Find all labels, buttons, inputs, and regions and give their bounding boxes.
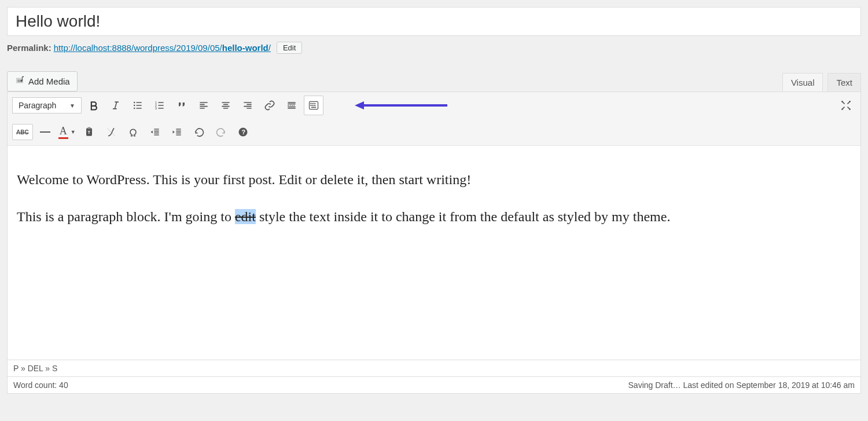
svg-rect-22 [87,127,90,129]
svg-rect-11 [310,105,312,106]
italic-button[interactable] [106,96,126,115]
svg-marker-16 [355,101,364,109]
svg-rect-9 [312,103,314,104]
post-title-input[interactable] [7,7,861,36]
horizontal-rule-button[interactable] [35,122,55,142]
align-center-button[interactable] [216,96,236,115]
camera-music-icon [14,75,25,87]
element-path-bar[interactable]: P » DEL » S [8,360,860,376]
align-left-button[interactable] [194,96,214,115]
help-button[interactable]: ? [233,122,253,142]
svg-point-20 [849,108,851,110]
svg-rect-13 [314,105,316,106]
blockquote-button[interactable] [172,96,192,115]
text-color-button[interactable]: A▼ [57,122,77,142]
svg-rect-8 [310,103,312,104]
svg-point-17 [841,101,843,102]
svg-point-19 [841,108,843,110]
toolbar-row-1: Paragraph ▼ 123 [8,92,860,119]
outdent-button[interactable] [145,122,165,142]
indent-button[interactable] [167,122,187,142]
svg-rect-14 [311,107,316,108]
svg-point-18 [849,101,851,102]
toolbar-toggle-button[interactable] [304,96,323,115]
redo-button[interactable] [211,122,231,142]
add-media-button[interactable]: Add Media [7,71,78,91]
undo-button[interactable] [189,122,209,142]
bold-button[interactable] [84,96,104,115]
status-bar: Word count: 40 Saving Draft… Last edited… [8,376,860,393]
editor-tabs: Visual Text [782,73,861,91]
svg-point-0 [17,80,20,83]
svg-point-1 [134,102,135,104]
svg-text:T: T [87,130,90,135]
numbered-list-button[interactable]: 123 [150,96,170,115]
special-character-button[interactable] [123,122,143,142]
editor-container: Paragraph ▼ 123 ABC A▼ T ? [7,91,861,394]
strikethrough-button[interactable]: ABC [12,124,33,140]
annotation-arrow-icon [355,100,447,111]
svg-rect-12 [312,105,314,106]
content-paragraph: Welcome to WordPress. This is your first… [17,169,851,190]
read-more-button[interactable] [282,96,301,115]
permalink-label: Permalink: [7,43,52,53]
svg-text:3: 3 [155,107,157,110]
svg-text:?: ? [241,129,245,136]
link-button[interactable] [260,96,279,115]
chevron-down-icon: ▼ [69,102,75,109]
word-count: Word count: 40 [13,380,68,390]
format-select[interactable]: Paragraph ▼ [12,97,82,114]
save-status: Saving Draft… Last edited on September 1… [628,380,855,390]
permalink-link[interactable]: http://localhost:8888/wordpress/2019/09/… [54,43,271,53]
svg-point-3 [134,108,135,109]
toolbar-row-2: ABC A▼ T ? [8,119,860,145]
permalink-row: Permalink: http://localhost:8888/wordpre… [7,42,861,54]
clear-formatting-button[interactable] [101,122,121,142]
tab-text[interactable]: Text [827,73,861,91]
edit-permalink-button[interactable]: Edit [277,42,302,54]
content-paragraph: This is a paragraph block. I'm going to … [17,206,851,227]
align-right-button[interactable] [238,96,258,115]
selected-struck-text: edit [235,209,256,224]
tab-visual[interactable]: Visual [782,73,823,91]
fullscreen-button[interactable] [836,96,856,115]
svg-rect-10 [314,103,316,104]
svg-point-2 [134,105,135,107]
bullet-list-button[interactable] [128,96,148,115]
paste-text-button[interactable]: T [79,122,99,142]
editor-content[interactable]: Welcome to WordPress. This is your first… [8,145,860,360]
